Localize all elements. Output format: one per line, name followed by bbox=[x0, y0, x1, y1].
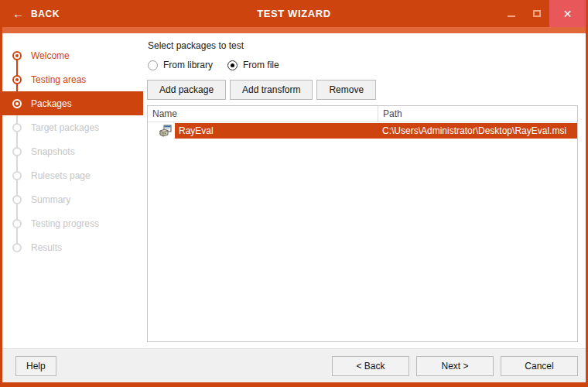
title-bar: ← BACK TEST WIZARD ✕ bbox=[2, 0, 586, 27]
step-label: Testing areas bbox=[31, 74, 86, 85]
wizard-steps-sidebar: Welcome Testing areas Packages Target pa… bbox=[2, 33, 143, 348]
radio-selected-icon bbox=[227, 60, 238, 70]
selected-row-highlight: RayEval C:\Users\Administrator\Desktop\R… bbox=[175, 123, 577, 139]
radio-from-library[interactable]: From library bbox=[148, 60, 213, 70]
sidebar-item-summary[interactable]: Summary bbox=[2, 187, 143, 211]
header-accent-strip bbox=[2, 27, 586, 33]
sidebar-item-snapshots[interactable]: Snapshots bbox=[2, 139, 143, 163]
step-bullet-completed-icon bbox=[12, 51, 22, 60]
back-button[interactable]: < Back bbox=[332, 356, 409, 376]
step-bullet-pending-icon bbox=[12, 243, 22, 252]
back-nav-label: BACK bbox=[31, 9, 60, 19]
step-bullet-active-icon bbox=[12, 99, 22, 108]
remove-button[interactable]: Remove bbox=[316, 80, 376, 100]
sidebar-item-rulesets-page[interactable]: Rulesets page bbox=[2, 163, 143, 187]
step-bullet-pending-icon bbox=[12, 123, 22, 132]
package-toolbar: Add package Add transform Remove bbox=[147, 80, 578, 100]
packages-table: Name Path Ra bbox=[147, 105, 578, 342]
sidebar-item-results[interactable]: Results bbox=[2, 235, 143, 259]
window-controls: ✕ bbox=[498, 0, 586, 27]
minimize-icon bbox=[508, 15, 515, 17]
cancel-button[interactable]: Cancel bbox=[501, 356, 578, 376]
package-path-cell: C:\Users\Administrator\Desktop\RayEval.m… bbox=[378, 125, 577, 136]
add-package-button[interactable]: Add package bbox=[147, 80, 226, 100]
radio-label: From library bbox=[163, 60, 213, 70]
back-arrow-icon: ← bbox=[12, 8, 24, 19]
step-label: Target packages bbox=[31, 122, 99, 133]
step-bullet-pending-icon bbox=[12, 147, 22, 156]
radio-label: From file bbox=[243, 60, 279, 70]
maximize-button[interactable] bbox=[524, 0, 549, 27]
step-bullet-pending-icon bbox=[12, 171, 22, 180]
close-icon: ✕ bbox=[563, 8, 573, 20]
step-label: Packages bbox=[31, 98, 72, 109]
column-header-path[interactable]: Path bbox=[378, 106, 577, 122]
radio-from-file[interactable]: From file bbox=[227, 60, 279, 70]
next-button[interactable]: Next > bbox=[416, 356, 494, 376]
packages-panel: Select packages to test From library Fro… bbox=[143, 33, 586, 348]
page-title: Select packages to test bbox=[148, 40, 578, 51]
back-nav-button[interactable]: ← BACK bbox=[2, 0, 72, 27]
sidebar-item-testing-areas[interactable]: Testing areas bbox=[2, 67, 143, 91]
step-label: Testing progress bbox=[31, 218, 99, 229]
footer-bar: Help < Back Next > Cancel bbox=[2, 348, 586, 382]
column-header-name[interactable]: Name bbox=[148, 106, 378, 122]
test-wizard-window: ← BACK TEST WIZARD ✕ Welcome bbox=[0, 0, 588, 387]
table-header: Name Path bbox=[148, 106, 577, 122]
step-label: Welcome bbox=[31, 50, 70, 61]
package-name-cell: RayEval bbox=[175, 125, 378, 136]
maximize-icon bbox=[533, 10, 541, 17]
sidebar-item-packages[interactable]: Packages bbox=[2, 91, 143, 115]
sidebar-item-testing-progress[interactable]: Testing progress bbox=[2, 211, 143, 235]
step-label: Results bbox=[31, 242, 62, 253]
step-label: Snapshots bbox=[31, 146, 75, 157]
sidebar-item-target-packages[interactable]: Target packages bbox=[2, 115, 143, 139]
step-bullet-pending-icon bbox=[12, 219, 22, 228]
step-bullet-completed-icon bbox=[12, 75, 22, 84]
close-button[interactable]: ✕ bbox=[549, 0, 586, 27]
minimize-button[interactable] bbox=[498, 0, 524, 27]
help-button[interactable]: Help bbox=[15, 356, 56, 376]
radio-unselected-icon bbox=[148, 60, 158, 70]
msi-package-icon bbox=[159, 125, 172, 137]
table-row-rayeval[interactable]: RayEval C:\Users\Administrator\Desktop\R… bbox=[148, 123, 577, 139]
package-source-radio-group: From library From file bbox=[148, 60, 578, 70]
step-label: Summary bbox=[31, 194, 70, 205]
step-label: Rulesets page bbox=[31, 170, 91, 181]
sidebar-item-welcome[interactable]: Welcome bbox=[2, 43, 143, 67]
step-bullet-pending-icon bbox=[12, 195, 22, 204]
add-transform-button[interactable]: Add transform bbox=[230, 80, 313, 100]
